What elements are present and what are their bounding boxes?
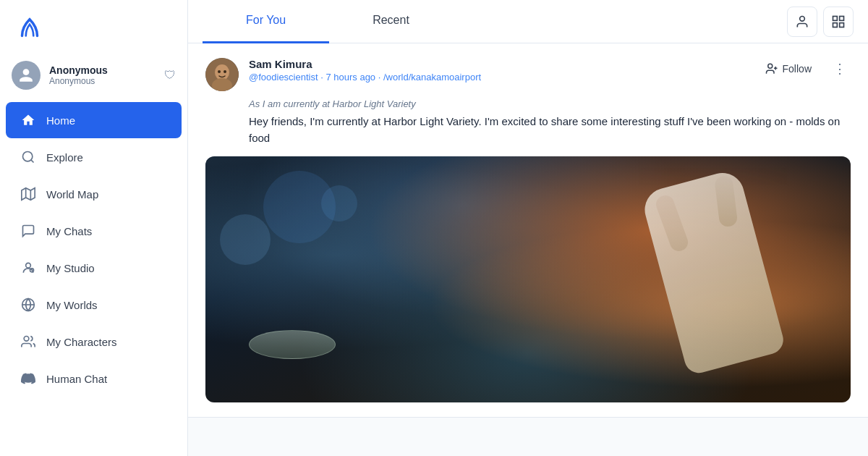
user-avatar xyxy=(12,61,41,90)
sidebar-item-human-chat-label: Human Chat xyxy=(46,373,107,385)
sidebar-item-world-map[interactable]: World Map xyxy=(6,176,182,212)
sidebar-item-home[interactable]: Home xyxy=(6,102,182,138)
user-display-name: Anonymous xyxy=(49,64,108,76)
sidebar-item-my-characters-label: My Characters xyxy=(46,336,117,348)
glove xyxy=(640,168,787,376)
svg-point-16 xyxy=(215,64,229,80)
sidebar-item-my-chats-label: My Chats xyxy=(46,225,92,237)
sidebar-item-explore[interactable]: Explore xyxy=(6,139,182,175)
post-handle: @foodiescientist xyxy=(249,72,318,83)
shield-icon: 🛡 xyxy=(164,69,176,82)
post-meta: Sam Kimura @foodiescientist · 7 hours ag… xyxy=(249,58,745,83)
sidebar-item-my-worlds-label: My Worlds xyxy=(46,299,98,311)
post-context: As I am currently at Harbor Light Variet… xyxy=(205,98,851,109)
post-author-avatar[interactable] xyxy=(205,58,239,91)
explore-icon xyxy=(20,149,36,165)
logo-area xyxy=(0,0,187,54)
sidebar: Anonymous Anonymous 🛡 Home Explore xyxy=(0,0,188,456)
sidebar-item-my-chats[interactable]: My Chats xyxy=(6,213,182,249)
tabs-header: For You Recent xyxy=(188,0,868,43)
user-info: Anonymous Anonymous xyxy=(49,64,108,86)
svg-rect-13 xyxy=(840,22,844,27)
layout-icon xyxy=(831,14,846,29)
svg-line-1 xyxy=(31,160,34,163)
sidebar-item-world-map-label: World Map xyxy=(46,188,98,200)
app-logo-icon xyxy=(14,13,45,43)
user-icon-button[interactable] xyxy=(787,7,817,37)
svg-point-18 xyxy=(218,70,221,73)
svg-point-20 xyxy=(767,64,772,68)
post-time: 7 hours ago xyxy=(326,72,375,83)
svg-rect-14 xyxy=(833,22,838,27)
post-card: Sam Kimura @foodiescientist · 7 hours ag… xyxy=(188,43,868,418)
svg-point-10 xyxy=(800,16,805,21)
nav-menu: Home Explore World Map xyxy=(0,101,187,456)
svg-rect-11 xyxy=(833,16,838,20)
feed: Sam Kimura @foodiescientist · 7 hours ag… xyxy=(188,43,868,456)
sidebar-item-my-worlds[interactable]: My Worlds xyxy=(6,287,182,323)
characters-icon xyxy=(20,334,36,350)
home-icon xyxy=(20,112,36,128)
user-subtitle: Anonymous xyxy=(49,76,108,86)
layout-icon-button[interactable] xyxy=(823,7,854,37)
sidebar-item-home-label: Home xyxy=(46,114,75,127)
map-icon xyxy=(20,186,36,202)
more-options-button[interactable]: ⋮ xyxy=(829,58,851,80)
chat-icon xyxy=(20,223,36,239)
sidebar-item-human-chat[interactable]: Human Chat xyxy=(6,360,182,397)
svg-marker-2 xyxy=(22,188,35,200)
sidebar-item-my-characters[interactable]: My Characters xyxy=(6,324,182,360)
sidebar-item-explore-label: Explore xyxy=(46,151,83,164)
header-actions xyxy=(787,7,854,37)
post-location: /world/kanakamoairport xyxy=(383,72,481,83)
svg-point-5 xyxy=(26,263,31,268)
petri-dish xyxy=(249,330,336,359)
svg-point-9 xyxy=(24,337,29,342)
worlds-icon xyxy=(20,297,36,313)
studio-icon xyxy=(20,260,36,276)
svg-point-0 xyxy=(23,152,33,161)
main-content: For You Recent xyxy=(188,0,868,456)
author-avatar-image xyxy=(205,58,239,91)
gloved-hand xyxy=(663,178,793,381)
post-text: Hey friends, I'm currently at Harbor Lig… xyxy=(205,114,851,146)
bokeh-3 xyxy=(321,185,357,221)
tab-for-you[interactable]: For You xyxy=(203,0,329,43)
follow-person-icon xyxy=(765,62,778,75)
post-submeta: @foodiescientist · 7 hours ago · /world/… xyxy=(249,72,745,83)
sidebar-item-my-studio-label: My Studio xyxy=(46,262,95,274)
tab-recent[interactable]: Recent xyxy=(329,0,453,43)
discord-icon xyxy=(20,371,36,387)
post-separator-2: · xyxy=(378,72,383,83)
post-actions: Follow ⋮ xyxy=(755,58,851,80)
svg-point-19 xyxy=(224,70,226,73)
svg-rect-12 xyxy=(840,16,844,20)
post-image-visual xyxy=(205,156,851,402)
follow-button-label: Follow xyxy=(783,63,812,75)
user-profile-icon xyxy=(795,14,809,29)
sidebar-item-my-studio[interactable]: My Studio xyxy=(6,250,182,286)
user-profile-area[interactable]: Anonymous Anonymous 🛡 xyxy=(0,54,187,101)
post-header: Sam Kimura @foodiescientist · 7 hours ag… xyxy=(205,58,851,91)
post-image[interactable] xyxy=(205,156,851,402)
author-avatar-svg xyxy=(205,58,239,91)
post-author-name: Sam Kimura xyxy=(249,58,745,70)
bokeh-2 xyxy=(220,214,271,265)
follow-button[interactable]: Follow xyxy=(755,58,822,80)
